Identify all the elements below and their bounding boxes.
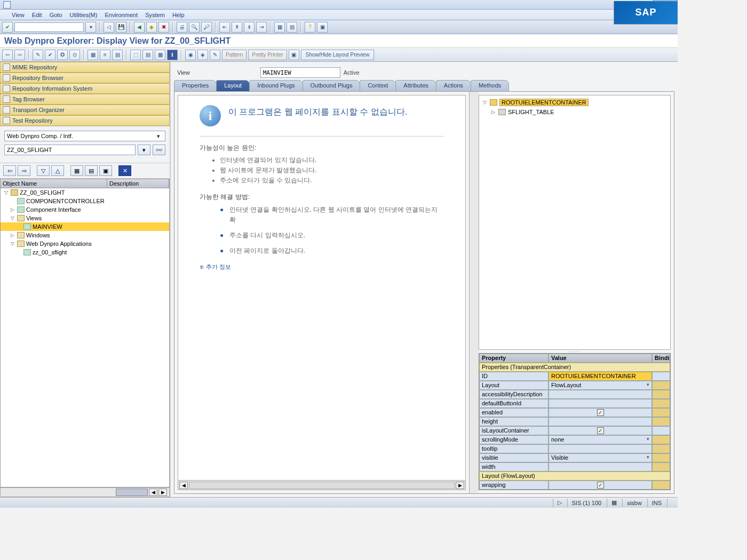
twisty-icon[interactable]: ▽ [481,100,488,105]
print-icon[interactable]: 🖨 [177,22,187,33]
prop-value[interactable]: ROOTUIELEMENTCONTAINER [549,372,652,381]
dropdown-icon[interactable]: ▾ [138,145,150,155]
prop-value[interactable]: ✓ [549,426,652,435]
menu-view[interactable]: View [12,12,25,18]
nav-right-icon[interactable]: ⇨ [18,165,30,176]
tab-inbound-plugs[interactable]: Inbound Plugs [249,80,303,92]
expand-icon[interactable]: ▽ [37,165,50,176]
test-icon[interactable]: ⊙ [69,50,80,60]
command-field[interactable] [14,22,84,32]
tab-methods[interactable]: Methods [471,80,509,92]
scroll-right-icon[interactable]: ▶ [158,489,167,496]
element-row-selected[interactable]: ▽ROOTUIELEMENTCONTAINER [481,98,668,107]
dropdown-icon[interactable]: ▾ [647,436,649,442]
nav-transport-organizer[interactable]: Transport Organizer [0,105,170,115]
preview-icon[interactable]: ▣ [289,50,299,60]
breakpoint-icon[interactable]: ◉ [185,50,196,60]
nav-test-repository[interactable]: Test Repository [0,115,170,126]
tree-icon[interactable]: ▤ [142,50,153,60]
scrollbar-thumb[interactable] [189,482,455,489]
twisty-icon[interactable]: ▽ [9,215,15,221]
nav-tag-browser[interactable]: Tag Browser [0,94,170,105]
display-list-icon[interactable]: ≡ [100,50,110,60]
prop-binding[interactable] [652,435,670,444]
pattern-button[interactable]: Pattern [222,50,247,60]
menu-goto[interactable]: Goto [50,12,62,18]
dropdown-icon[interactable]: ▾ [647,382,649,387]
tree-row[interactable]: ▽Views [1,214,169,222]
menu-edit[interactable]: Edit [32,12,42,18]
property-row[interactable]: accessibilityDescription [479,390,670,399]
menu-help[interactable]: Help [172,12,185,18]
tree-row[interactable]: COMPONENTCONTROLLER [1,197,169,205]
twisty-icon[interactable]: ▷ [490,109,496,115]
find-next-icon[interactable]: 🔎 [201,22,212,33]
new-session-icon[interactable]: ▦ [274,22,285,33]
prop-value[interactable] [549,390,652,399]
property-row[interactable]: visibleVisible▾ [479,453,670,462]
first-page-icon[interactable]: ⇤ [219,22,230,33]
more-info-link[interactable]: 추가 정보 [200,262,444,272]
tab-outbound-plugs[interactable]: Outbound Plugs [303,80,361,92]
view-name-input[interactable] [260,67,340,78]
scroll-left-icon[interactable]: ◀ [179,482,188,489]
tree-row[interactable]: ▷Component Interface [1,205,169,214]
show-hide-layout-button[interactable]: Show/Hide Layout Preview [301,50,375,60]
property-row[interactable]: height [479,417,670,426]
shortcut-icon[interactable]: ▤ [287,22,297,33]
accept-icon[interactable]: ✔ [2,22,13,33]
wizard-icon[interactable]: ✎ [210,50,220,60]
nav-back-icon[interactable]: ◀ [134,22,145,33]
nav-left-icon[interactable]: ⇦ [3,165,16,176]
prop-value[interactable]: ✓ [549,481,652,490]
hierarchy-icon[interactable]: ▦ [155,50,165,60]
tree-scrollbar[interactable]: ◀ ▶ [0,487,170,497]
debug-icon[interactable]: ◈ [197,50,208,60]
checkbox-icon[interactable]: ✓ [597,482,604,489]
nav-repository-browser[interactable]: Repository Browser [0,73,170,83]
element-row[interactable]: ▷SFLIGHT_TABLE [481,107,668,117]
checkbox-icon[interactable]: ✓ [597,409,604,416]
prop-value[interactable] [549,417,652,426]
property-row[interactable]: enabled✓ [479,408,670,417]
twisty-icon[interactable]: ▽ [9,241,15,246]
favorites-icon[interactable]: ▣ [99,165,112,176]
edit-toggle-icon[interactable]: ✎ [33,50,43,60]
object-name-input[interactable]: ZZ_00_SFLIGHT [4,145,136,155]
fullscreen-icon[interactable]: ℹ [167,50,178,60]
preview-hscroll[interactable]: ◀▶ [178,480,465,490]
other-object-icon[interactable]: ▤ [112,50,123,60]
object-type-combo[interactable]: Web Dynpro Comp. / Intf.▾ [4,131,165,141]
object-tree[interactable]: ▽ZZ_00_SFLIGHT COMPONENTCONTROLLER ▷Comp… [0,188,170,487]
twisty-icon[interactable]: ▷ [9,207,15,212]
status-nav-icon[interactable]: ▷ [553,499,566,507]
dropdown-icon[interactable]: ▾ [647,454,649,460]
activate-icon[interactable]: ✪ [57,50,68,60]
prev-page-icon[interactable]: ⇞ [232,22,242,33]
property-row[interactable]: LayoutFlowLayout▾ [479,381,670,390]
checkbox-icon[interactable]: ✓ [597,427,604,434]
twisty-icon[interactable]: ▷ [9,233,15,238]
tab-layout[interactable]: Layout [216,80,250,92]
forward-icon[interactable]: ⇨ [14,50,25,60]
refresh-icon[interactable]: ▦ [70,165,83,176]
prop-value[interactable] [549,399,652,408]
tree-row[interactable]: ▷Windows [1,231,169,239]
tree-row[interactable]: zz_00_sflight [1,248,169,257]
check-icon[interactable]: ✔ [45,50,55,60]
scroll-left-icon[interactable]: ◀ [149,489,157,496]
tab-attributes[interactable]: Attributes [395,80,436,92]
scroll-right-icon[interactable]: ▶ [456,482,464,489]
prop-binding[interactable] [652,444,670,453]
pretty-printer-button[interactable]: Pretty Printer [248,50,287,60]
layout-icon[interactable]: ▣ [317,22,328,33]
prop-value[interactable]: ✓ [549,408,652,417]
status-resize-icon[interactable] [667,499,674,507]
prop-binding[interactable] [652,453,670,462]
back-icon[interactable]: ⇦ [2,50,13,60]
prop-value[interactable] [549,462,652,471]
prop-binding[interactable] [652,372,670,381]
display-icon[interactable]: 👓 [153,145,165,155]
property-row[interactable]: wrapping✓ [479,481,670,490]
preview-vscroll[interactable] [469,92,479,493]
